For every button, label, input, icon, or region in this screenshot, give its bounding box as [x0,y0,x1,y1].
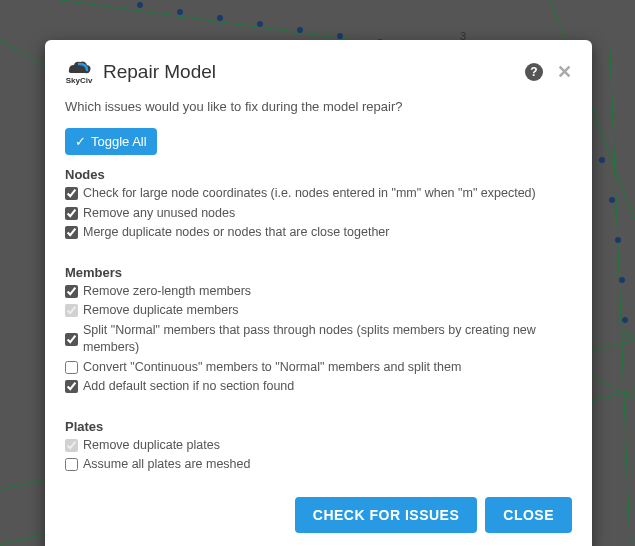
svg-point-17 [619,277,625,283]
brand-logo: SkyCiv [65,58,93,85]
check-label: Remove duplicate plates [83,437,220,455]
check-label: Merge duplicate nodes or nodes that are … [83,224,389,242]
section-title-plates: Plates [65,419,572,434]
check-row-members-1[interactable]: Remove duplicate members [65,301,572,321]
check-label: Add default section if no section found [83,378,294,396]
check-icon: ✓ [75,134,86,149]
check-row-plates-0[interactable]: Remove duplicate plates [65,436,572,456]
svg-point-7 [177,9,183,15]
checkbox-members-3[interactable] [65,361,78,374]
svg-point-9 [257,21,263,27]
check-label: Remove duplicate members [83,302,239,320]
svg-line-5 [610,50,630,545]
check-row-members-2[interactable]: Split "Normal" members that pass through… [65,321,572,358]
checkbox-members-0[interactable] [65,285,78,298]
checkbox-nodes-2[interactable] [65,226,78,239]
checkbox-nodes-1[interactable] [65,207,78,220]
svg-text:28: 28 [620,330,632,342]
check-row-members-4[interactable]: Add default section if no section found [65,377,572,397]
checkbox-nodes-0[interactable] [65,187,78,200]
svg-point-14 [599,157,605,163]
section-title-members: Members [65,265,572,280]
help-icon[interactable]: ? [525,63,543,81]
checkbox-members-1[interactable] [65,304,78,317]
repair-model-dialog: SkyCiv Repair Model ? ✕ Which issues wou… [45,40,592,546]
check-label: Assume all plates are meshed [83,456,250,474]
toggle-all-button[interactable]: ✓ Toggle All [65,128,157,155]
check-label: Check for large node coordinates (i.e. n… [83,185,536,203]
close-icon[interactable]: ✕ [557,63,572,81]
svg-point-10 [297,27,303,33]
svg-point-6 [137,2,143,8]
check-row-nodes-1[interactable]: Remove any unused nodes [65,204,572,224]
check-for-issues-button[interactable]: CHECK FOR ISSUES [295,497,477,533]
modal-title: Repair Model [103,61,525,83]
prompt-text: Which issues would you like to fix durin… [65,99,572,114]
check-label: Remove any unused nodes [83,205,235,223]
svg-point-16 [615,237,621,243]
toggle-all-label: Toggle All [91,134,147,149]
checkbox-plates-0[interactable] [65,439,78,452]
check-label: Split "Normal" members that pass through… [83,322,572,357]
modal-header: SkyCiv Repair Model ? ✕ [65,58,572,85]
check-label: Remove zero-length members [83,283,251,301]
check-row-nodes-2[interactable]: Merge duplicate nodes or nodes that are … [65,223,572,243]
svg-point-11 [337,33,343,39]
svg-point-8 [217,15,223,21]
section-title-nodes: Nodes [65,167,572,182]
svg-point-18 [622,317,628,323]
checkbox-plates-1[interactable] [65,458,78,471]
brand-text: SkyCiv [66,76,93,85]
check-row-members-0[interactable]: Remove zero-length members [65,282,572,302]
checkbox-members-4[interactable] [65,380,78,393]
check-label: Convert "Continuous" members to "Normal"… [83,359,461,377]
modal-footer: CHECK FOR ISSUES CLOSE [65,497,572,533]
check-row-plates-1[interactable]: Assume all plates are meshed [65,455,572,475]
close-button[interactable]: CLOSE [485,497,572,533]
check-row-nodes-0[interactable]: Check for large node coordinates (i.e. n… [65,184,572,204]
check-row-members-3[interactable]: Convert "Continuous" members to "Normal"… [65,358,572,378]
svg-point-15 [609,197,615,203]
checkbox-members-2[interactable] [65,333,78,346]
